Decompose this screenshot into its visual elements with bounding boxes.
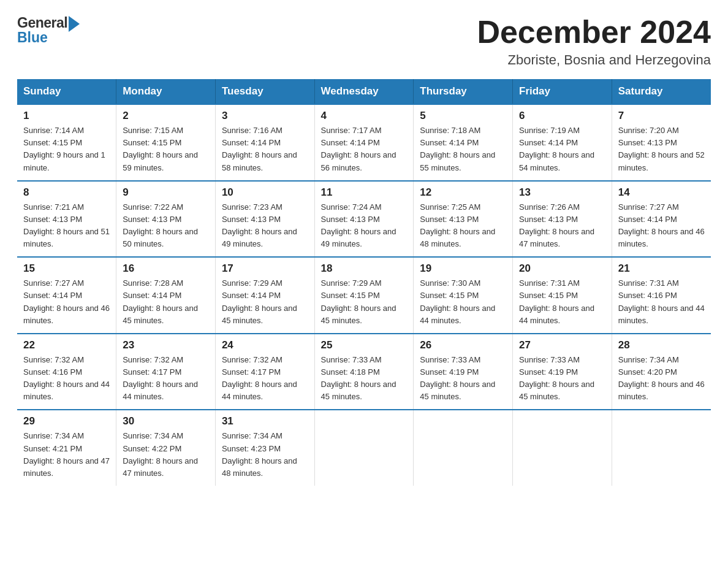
weekday-header-friday: Friday bbox=[513, 79, 612, 104]
calendar-cell: 19 Sunrise: 7:30 AMSunset: 4:15 PMDaylig… bbox=[414, 257, 513, 334]
calendar-cell: 18 Sunrise: 7:29 AMSunset: 4:15 PMDaylig… bbox=[314, 257, 414, 334]
day-number: 18 bbox=[321, 262, 408, 275]
day-info: Sunrise: 7:22 AMSunset: 4:13 PMDaylight:… bbox=[123, 201, 209, 251]
day-info: Sunrise: 7:34 AMSunset: 4:22 PMDaylight:… bbox=[123, 430, 209, 480]
day-info: Sunrise: 7:20 AMSunset: 4:13 PMDaylight:… bbox=[618, 124, 705, 174]
day-info: Sunrise: 7:34 AMSunset: 4:21 PMDaylight:… bbox=[23, 430, 110, 480]
month-title: December 2024 bbox=[477, 15, 711, 50]
day-info: Sunrise: 7:33 AMSunset: 4:19 PMDaylight:… bbox=[519, 354, 605, 404]
calendar-cell: 2 Sunrise: 7:15 AMSunset: 4:15 PMDayligh… bbox=[116, 104, 216, 181]
day-number: 10 bbox=[222, 186, 308, 199]
weekday-header-sunday: Sunday bbox=[17, 79, 116, 104]
location-title: Zboriste, Bosnia and Herzegovina bbox=[477, 52, 711, 68]
day-info: Sunrise: 7:30 AMSunset: 4:15 PMDaylight:… bbox=[420, 277, 506, 327]
calendar-cell: 7 Sunrise: 7:20 AMSunset: 4:13 PMDayligh… bbox=[612, 104, 711, 181]
day-number: 3 bbox=[222, 110, 308, 122]
calendar-cell: 29 Sunrise: 7:34 AMSunset: 4:21 PMDaylig… bbox=[17, 410, 116, 486]
day-info: Sunrise: 7:26 AMSunset: 4:13 PMDaylight:… bbox=[519, 201, 605, 251]
day-info: Sunrise: 7:25 AMSunset: 4:13 PMDaylight:… bbox=[420, 201, 506, 251]
day-info: Sunrise: 7:29 AMSunset: 4:15 PMDaylight:… bbox=[321, 277, 408, 327]
calendar-cell: 21 Sunrise: 7:31 AMSunset: 4:16 PMDaylig… bbox=[612, 257, 711, 334]
calendar-cell: 8 Sunrise: 7:21 AMSunset: 4:13 PMDayligh… bbox=[17, 181, 116, 258]
weekday-header-tuesday: Tuesday bbox=[215, 79, 314, 104]
calendar-cell: 13 Sunrise: 7:26 AMSunset: 4:13 PMDaylig… bbox=[513, 181, 612, 258]
day-info: Sunrise: 7:32 AMSunset: 4:17 PMDaylight:… bbox=[222, 354, 308, 404]
calendar-week-row: 1 Sunrise: 7:14 AMSunset: 4:15 PMDayligh… bbox=[17, 104, 711, 181]
calendar-cell: 26 Sunrise: 7:33 AMSunset: 4:19 PMDaylig… bbox=[414, 334, 513, 410]
calendar-cell: 6 Sunrise: 7:19 AMSunset: 4:14 PMDayligh… bbox=[513, 104, 612, 181]
day-number: 29 bbox=[23, 415, 110, 427]
weekday-header-monday: Monday bbox=[116, 79, 216, 104]
calendar-week-row: 15 Sunrise: 7:27 AMSunset: 4:14 PMDaylig… bbox=[17, 257, 711, 334]
calendar-cell bbox=[513, 410, 612, 486]
day-info: Sunrise: 7:16 AMSunset: 4:14 PMDaylight:… bbox=[222, 124, 308, 174]
day-number: 6 bbox=[519, 110, 605, 122]
day-number: 4 bbox=[321, 110, 408, 122]
day-number: 7 bbox=[618, 110, 705, 122]
day-number: 21 bbox=[618, 262, 705, 275]
day-number: 27 bbox=[519, 339, 605, 351]
day-info: Sunrise: 7:21 AMSunset: 4:13 PMDaylight:… bbox=[23, 201, 110, 251]
day-info: Sunrise: 7:33 AMSunset: 4:18 PMDaylight:… bbox=[321, 354, 408, 404]
calendar-cell: 11 Sunrise: 7:24 AMSunset: 4:13 PMDaylig… bbox=[314, 181, 414, 258]
day-info: Sunrise: 7:15 AMSunset: 4:15 PMDaylight:… bbox=[123, 124, 209, 174]
calendar-cell: 30 Sunrise: 7:34 AMSunset: 4:22 PMDaylig… bbox=[116, 410, 216, 486]
title-area: December 2024 Zboriste, Bosnia and Herze… bbox=[477, 15, 711, 68]
logo: General Blue bbox=[17, 15, 80, 46]
day-info: Sunrise: 7:18 AMSunset: 4:14 PMDaylight:… bbox=[420, 124, 506, 174]
day-info: Sunrise: 7:14 AMSunset: 4:15 PMDaylight:… bbox=[23, 124, 110, 174]
day-number: 14 bbox=[618, 186, 705, 199]
calendar-cell: 25 Sunrise: 7:33 AMSunset: 4:18 PMDaylig… bbox=[314, 334, 414, 410]
day-number: 8 bbox=[23, 186, 110, 199]
calendar-cell: 24 Sunrise: 7:32 AMSunset: 4:17 PMDaylig… bbox=[215, 334, 314, 410]
calendar-cell: 14 Sunrise: 7:27 AMSunset: 4:14 PMDaylig… bbox=[612, 181, 711, 258]
day-info: Sunrise: 7:19 AMSunset: 4:14 PMDaylight:… bbox=[519, 124, 605, 174]
calendar-week-row: 29 Sunrise: 7:34 AMSunset: 4:21 PMDaylig… bbox=[17, 410, 711, 486]
day-number: 24 bbox=[222, 339, 308, 351]
weekday-header-wednesday: Wednesday bbox=[314, 79, 414, 104]
day-number: 19 bbox=[420, 262, 506, 275]
calendar-cell bbox=[314, 410, 414, 486]
calendar-cell: 4 Sunrise: 7:17 AMSunset: 4:14 PMDayligh… bbox=[314, 104, 414, 181]
calendar-cell: 31 Sunrise: 7:34 AMSunset: 4:23 PMDaylig… bbox=[215, 410, 314, 486]
calendar-cell: 28 Sunrise: 7:34 AMSunset: 4:20 PMDaylig… bbox=[612, 334, 711, 410]
day-info: Sunrise: 7:31 AMSunset: 4:16 PMDaylight:… bbox=[618, 277, 705, 327]
day-info: Sunrise: 7:32 AMSunset: 4:16 PMDaylight:… bbox=[23, 354, 110, 404]
day-number: 16 bbox=[123, 262, 209, 275]
calendar-cell: 1 Sunrise: 7:14 AMSunset: 4:15 PMDayligh… bbox=[17, 104, 116, 181]
calendar-week-row: 8 Sunrise: 7:21 AMSunset: 4:13 PMDayligh… bbox=[17, 181, 711, 258]
day-number: 11 bbox=[321, 186, 408, 199]
calendar-cell: 10 Sunrise: 7:23 AMSunset: 4:13 PMDaylig… bbox=[215, 181, 314, 258]
day-number: 15 bbox=[23, 262, 110, 275]
day-info: Sunrise: 7:28 AMSunset: 4:14 PMDaylight:… bbox=[123, 277, 209, 327]
day-number: 1 bbox=[23, 110, 110, 122]
calendar-table: SundayMondayTuesdayWednesdayThursdayFrid… bbox=[17, 79, 711, 486]
calendar-cell bbox=[612, 410, 711, 486]
day-info: Sunrise: 7:24 AMSunset: 4:13 PMDaylight:… bbox=[321, 201, 408, 251]
day-number: 23 bbox=[123, 339, 209, 351]
day-number: 26 bbox=[420, 339, 506, 351]
day-info: Sunrise: 7:17 AMSunset: 4:14 PMDaylight:… bbox=[321, 124, 408, 174]
calendar-cell: 17 Sunrise: 7:29 AMSunset: 4:14 PMDaylig… bbox=[215, 257, 314, 334]
day-number: 31 bbox=[222, 415, 308, 427]
day-info: Sunrise: 7:33 AMSunset: 4:19 PMDaylight:… bbox=[420, 354, 506, 404]
day-number: 2 bbox=[123, 110, 209, 122]
day-number: 20 bbox=[519, 262, 605, 275]
calendar-cell: 12 Sunrise: 7:25 AMSunset: 4:13 PMDaylig… bbox=[414, 181, 513, 258]
day-number: 28 bbox=[618, 339, 705, 351]
weekday-header-saturday: Saturday bbox=[612, 79, 711, 104]
day-number: 5 bbox=[420, 110, 506, 122]
calendar-cell: 15 Sunrise: 7:27 AMSunset: 4:14 PMDaylig… bbox=[17, 257, 116, 334]
day-info: Sunrise: 7:31 AMSunset: 4:15 PMDaylight:… bbox=[519, 277, 605, 327]
calendar-cell bbox=[414, 410, 513, 486]
day-number: 30 bbox=[123, 415, 209, 427]
day-info: Sunrise: 7:27 AMSunset: 4:14 PMDaylight:… bbox=[23, 277, 110, 327]
day-number: 25 bbox=[321, 339, 408, 351]
day-number: 17 bbox=[222, 262, 308, 275]
calendar-cell: 5 Sunrise: 7:18 AMSunset: 4:14 PMDayligh… bbox=[414, 104, 513, 181]
day-info: Sunrise: 7:29 AMSunset: 4:14 PMDaylight:… bbox=[222, 277, 308, 327]
day-info: Sunrise: 7:27 AMSunset: 4:14 PMDaylight:… bbox=[618, 201, 705, 251]
day-info: Sunrise: 7:34 AMSunset: 4:20 PMDaylight:… bbox=[618, 354, 705, 404]
day-number: 12 bbox=[420, 186, 506, 199]
weekday-header-thursday: Thursday bbox=[414, 79, 513, 104]
